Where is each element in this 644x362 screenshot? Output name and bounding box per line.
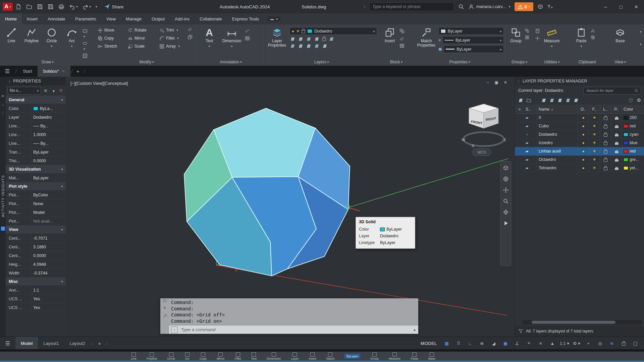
- delete-layer-icon[interactable]: [566, 98, 571, 103]
- layer-search-box[interactable]: [583, 87, 641, 95]
- keyword-search-input[interactable]: [369, 2, 454, 11]
- cut-icon[interactable]: [591, 28, 595, 33]
- measure-tool[interactable]: Measure: [541, 26, 562, 59]
- minimize-button[interactable]: [598, 0, 613, 13]
- layer-status-icon[interactable]: ▰: [526, 124, 528, 128]
- hatch-tool-icon[interactable]: [83, 53, 88, 58]
- property-row[interactable]: Color ByLa...: [6, 104, 66, 113]
- plot-icon[interactable]: [58, 3, 65, 10]
- panel-label-block[interactable]: Block: [379, 58, 413, 66]
- strip-item[interactable]: Copy: [200, 352, 207, 360]
- tab-layout2[interactable]: Layout2: [64, 337, 91, 350]
- graphics-performance-icon[interactable]: ≋: [606, 339, 617, 348]
- linetype-dropdown[interactable]: ByLayer: [442, 36, 504, 44]
- strip-item[interactable]: Circle: [167, 352, 175, 360]
- ribbon-display-toggle[interactable]: ▬: [267, 16, 281, 21]
- stretch-tool[interactable]: Stretch: [98, 43, 127, 50]
- layer-on-icon[interactable]: [582, 124, 585, 128]
- workspace-gear-icon[interactable]: ⚙ ▾: [571, 339, 582, 348]
- rectangle-tool-icon[interactable]: [83, 28, 88, 39]
- palette-autohide-icon[interactable]: [1, 103, 5, 106]
- property-row[interactable]: Line... ── By...: [6, 139, 66, 148]
- redo-icon[interactable]: [82, 3, 92, 10]
- viewport-controls-label[interactable]: [−][Custom View][Conceptual]: [70, 81, 128, 86]
- freeze-layer-icon[interactable]: [549, 98, 554, 103]
- command-close-icon[interactable]: ✕: [163, 306, 166, 310]
- layer-lock-icon[interactable]: [604, 167, 607, 170]
- tab-layout1[interactable]: Layout1: [38, 337, 64, 350]
- status-menu-icon[interactable]: [0, 340, 15, 347]
- new-file-icon[interactable]: [15, 3, 22, 10]
- object-type-dropdown[interactable]: No s...: [7, 87, 41, 95]
- mirror-tool[interactable]: Mirror: [128, 35, 159, 42]
- rotate-tool[interactable]: Rotate: [128, 26, 159, 34]
- tab-addins[interactable]: Add-ins: [170, 13, 195, 24]
- column-plot[interactable]: P..: [611, 105, 622, 113]
- qat-customize-icon[interactable]: [95, 4, 98, 9]
- properties-palette-header[interactable]: PROPERTIES: [6, 77, 66, 85]
- polar-tracking-icon[interactable]: ⊕: [477, 339, 487, 348]
- layer-on-icon[interactable]: [582, 149, 585, 154]
- palette-menu-icon[interactable]: [1, 111, 5, 115]
- column-status[interactable]: S..: [524, 105, 537, 113]
- layer-state-icon[interactable]: [541, 98, 546, 103]
- layer-freeze-icon[interactable]: [593, 124, 596, 128]
- multileader-tool-icon[interactable]: [245, 28, 250, 34]
- clean-screen-icon[interactable]: [630, 339, 641, 348]
- new-layout-button[interactable]: +: [94, 341, 105, 346]
- viewcube-south-label[interactable]: S: [472, 144, 474, 148]
- layer-color-swatch[interactable]: [624, 166, 628, 170]
- toggle-pickadd-icon[interactable]: ⊞: [43, 87, 49, 94]
- tab-close-icon[interactable]: ✕: [62, 69, 65, 73]
- layer-plot-icon[interactable]: [615, 134, 619, 136]
- layer-horizontal-scrollbar[interactable]: [522, 320, 642, 324]
- fillet-tool[interactable]: Fillet: [159, 35, 187, 42]
- layer-freeze-icon[interactable]: [593, 166, 596, 170]
- save-icon[interactable]: [36, 3, 44, 10]
- layer-tool-icon[interactable]: [314, 44, 319, 49]
- layer-plot-icon[interactable]: [615, 143, 619, 145]
- property-row[interactable]: Plot... Model: [6, 208, 66, 217]
- maximize-button[interactable]: [613, 0, 629, 13]
- strip-item[interactable]: Polyline: [147, 352, 157, 360]
- search-icon[interactable]: [458, 4, 464, 10]
- lineweight-list-icon[interactable]: ▣: [438, 47, 442, 51]
- property-row[interactable]: UCS ... Yes: [6, 295, 66, 303]
- property-row[interactable]: Line... ── By...: [6, 122, 66, 130]
- insert-block-tool[interactable]: Insert: [381, 26, 398, 59]
- grid-icon[interactable]: ▦: [441, 339, 452, 348]
- undo-icon[interactable]: [68, 3, 78, 10]
- Tetraedro[interactable]: ▰ Tetraedro yel... Continu...: [515, 164, 644, 172]
- panel-label-clipboard[interactable]: Clipboard: [571, 58, 603, 66]
- viewcube-west-label[interactable]: W: [462, 138, 465, 142]
- layer-filter-icon[interactable]: [518, 329, 523, 334]
- layer-lock-icon[interactable]: [604, 125, 607, 128]
- column-on[interactable]: O..: [578, 105, 589, 113]
- layer-lock-icon[interactable]: [604, 142, 607, 145]
- notification-badge[interactable]: 0: [515, 2, 534, 11]
- ribbon-overflow-down[interactable]: [640, 42, 642, 46]
- layer-lock-icon[interactable]: [604, 150, 607, 154]
- layer-freeze-icon[interactable]: [593, 149, 596, 154]
- wcs-indicator[interactable]: WCS: [472, 148, 491, 156]
- open-file-icon[interactable]: [25, 3, 33, 10]
- strip-item[interactable]: Paste: [411, 352, 418, 360]
- Octaedro[interactable]: ▰ Octaedro gre... Continu...: [515, 156, 644, 164]
- layer-search-input[interactable]: [586, 88, 633, 93]
- layer-color-swatch[interactable]: [624, 133, 628, 136]
- dodecahedron-face-top[interactable]: [214, 108, 315, 177]
- section-plot-style[interactable]: Plot style▾: [6, 182, 66, 191]
- property-row[interactable]: Ann... 1:1: [6, 286, 66, 295]
- model-canvas[interactable]: Z Y X: [66, 77, 515, 337]
- layer-color-swatch[interactable]: [624, 116, 628, 120]
- Linhas auxil[interactable]: ▰ Linhas auxil red Continu...: [515, 147, 644, 156]
- orbit-icon[interactable]: [503, 209, 509, 215]
- steering-wheel-icon[interactable]: [503, 176, 509, 182]
- layer-lock-tool-icon[interactable]: [322, 37, 326, 42]
- strip-item[interactable]: Line: [131, 352, 137, 360]
- panel-label-properties[interactable]: Properties: [414, 58, 506, 66]
- share-button[interactable]: Share: [104, 4, 124, 10]
- property-row[interactable]: Thic... 0.0000: [6, 157, 66, 165]
- showmotion-icon[interactable]: [503, 220, 509, 226]
- property-row[interactable]: Width -0.3744: [6, 269, 66, 278]
